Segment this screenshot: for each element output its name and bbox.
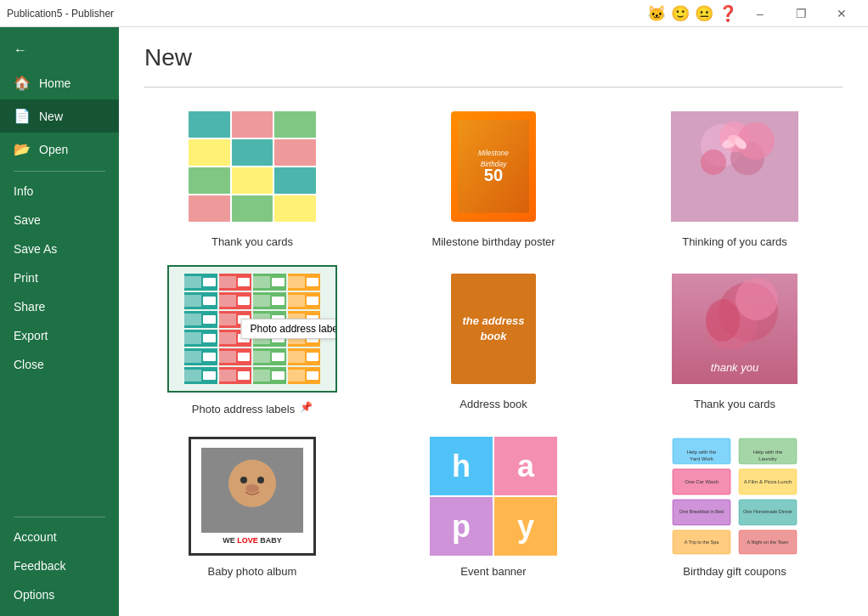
template-address-book[interactable]: the address book Address book xyxy=(386,265,601,415)
svg-text:One Car Wash: One Car Wash xyxy=(685,479,718,484)
label-thinking-cards: Thinking of you cards xyxy=(682,235,787,248)
label-address-book: Address book xyxy=(459,398,527,410)
sad-icon: 😐 xyxy=(695,4,713,23)
feedback-label: Feedback xyxy=(14,559,65,573)
svg-text:A Film & Pizza Lunch: A Film & Pizza Lunch xyxy=(744,479,792,484)
thumb-milestone-birthday: Milestone Birthday 50 xyxy=(409,103,578,230)
export-label: Export xyxy=(14,329,48,342)
sidebar-item-account[interactable]: Account xyxy=(0,523,119,551)
sidebar-item-close[interactable]: Close xyxy=(0,350,119,379)
restore-button[interactable]: ❐ xyxy=(781,0,820,27)
home-label: Home xyxy=(39,76,70,90)
close-label: Close xyxy=(14,358,44,371)
sidebar-item-share[interactable]: Share xyxy=(0,292,119,321)
event-banner-design: h a p y xyxy=(430,437,557,556)
back-button[interactable]: ← xyxy=(0,34,119,66)
smiley-icon: 🙂 xyxy=(671,4,690,23)
avatar-icon: 🐱 xyxy=(647,4,666,23)
birthday-poster-design: Milestone Birthday 50 xyxy=(451,111,536,222)
svg-point-26 xyxy=(245,484,259,493)
svg-text:One Homemade Dinner: One Homemade Dinner xyxy=(743,509,792,514)
label-thankyou-cards-1: Thank you cards xyxy=(211,235,293,248)
content-area: New xyxy=(119,27,868,616)
title-text: Publication5 - Publisher xyxy=(7,8,114,20)
baby-album-design: WE LOVE BABY xyxy=(189,437,316,556)
label-thankyou-cards-2: Thank you cards xyxy=(694,398,775,410)
sidebar-item-options[interactable]: Options xyxy=(0,580,119,609)
main-layout: ← 🏠 Home 📄 New 📂 Open Info Save Sa xyxy=(0,27,868,616)
svg-text:A Trip to the Spa: A Trip to the Spa xyxy=(685,540,720,545)
content-header: New xyxy=(119,27,868,80)
label-photo-address-labels: Photo address labels xyxy=(192,403,295,415)
open-label: Open xyxy=(39,143,68,156)
banner-a: a xyxy=(494,437,557,495)
sidebar-item-save[interactable]: Save xyxy=(0,206,119,235)
sidebar-item-open[interactable]: 📂 Open xyxy=(0,133,119,166)
baby-photo-placeholder xyxy=(201,448,303,533)
home-icon: 🏠 xyxy=(14,75,31,91)
options-label: Options xyxy=(14,588,54,602)
baby-album-text: WE LOVE BABY xyxy=(223,536,282,545)
sidebar-divider-1 xyxy=(14,171,105,172)
sidebar-bottom: Account Feedback Options xyxy=(0,511,119,616)
thumb-baby-photo-album: WE LOVE BABY xyxy=(167,432,337,560)
template-birthday-gift-coupons[interactable]: Help with the Yard Work Help with the La… xyxy=(627,432,843,578)
svg-text:Help with the: Help with the xyxy=(687,449,717,455)
sidebar: ← 🏠 Home 📄 New 📂 Open Info Save Sa xyxy=(0,27,119,616)
thumb-thankyou-cards-1 xyxy=(167,103,337,230)
svg-text:One Breakfast in Bed: One Breakfast in Bed xyxy=(679,509,724,514)
share-label: Share xyxy=(14,300,45,314)
new-label: New xyxy=(39,110,63,123)
banner-p: p xyxy=(430,497,493,556)
title-center: Publication5 - Publisher xyxy=(7,8,114,20)
svg-text:thank you: thank you xyxy=(711,361,758,374)
sidebar-item-new[interactable]: 📄 New xyxy=(0,99,119,133)
label-baby-photo-album: Baby photo album xyxy=(208,565,297,578)
svg-text:Milestone: Milestone xyxy=(478,149,509,157)
sidebar-divider-2 xyxy=(14,517,105,517)
thumb-birthday-gift-coupons: Help with the Yard Work Help with the La… xyxy=(650,432,820,560)
print-label: Print xyxy=(14,271,38,285)
address-book-design: the address book xyxy=(451,274,536,384)
sidebar-item-feedback[interactable]: Feedback xyxy=(0,551,119,580)
template-photo-address-labels[interactable]: Photo address labels Photo address label… xyxy=(144,265,360,415)
svg-point-20 xyxy=(706,299,740,342)
account-label: Account xyxy=(14,530,57,544)
sidebar-item-info[interactable]: Info xyxy=(0,177,119,206)
sidebar-item-print[interactable]: Print xyxy=(0,263,119,292)
svg-text:Help with the: Help with the xyxy=(753,449,783,455)
sidebar-item-saveas[interactable]: Save As xyxy=(0,235,119,263)
save-label: Save xyxy=(14,213,41,227)
svg-point-24 xyxy=(240,477,247,483)
content-divider xyxy=(144,87,843,88)
thumb-event-banner: h a p y xyxy=(409,432,578,560)
thumb-photo-address-labels: Photo address labels xyxy=(167,265,337,393)
banner-h: h xyxy=(430,437,493,495)
thumb-thankyou-cards-2: thank you xyxy=(650,265,820,393)
sidebar-top: ← 🏠 Home 📄 New 📂 Open Info Save Sa xyxy=(0,27,119,386)
template-event-banner[interactable]: h a p y Event banner xyxy=(386,432,601,578)
new-icon: 📄 xyxy=(14,108,31,124)
thumb-address-book: the address book xyxy=(409,265,578,393)
thumb-thinking-cards xyxy=(650,103,820,230)
template-milestone-birthday[interactable]: Milestone Birthday 50 Milestone birthday… xyxy=(386,103,601,248)
sidebar-item-home[interactable]: 🏠 Home xyxy=(0,66,119,99)
help-icon: ❓ xyxy=(719,4,737,23)
page-title: New xyxy=(144,44,843,71)
svg-text:Yard Work: Yard Work xyxy=(690,456,714,461)
title-controls: 🐱 🙂 😐 ❓ – ❐ ✕ xyxy=(645,0,861,27)
sidebar-item-export[interactable]: Export xyxy=(0,321,119,350)
banner-y: y xyxy=(494,497,557,556)
template-thinking-cards[interactable]: Thinking of you cards xyxy=(627,103,843,248)
template-grid: Thank you cards xyxy=(144,103,843,578)
template-scroll[interactable]: Thank you cards xyxy=(119,94,868,616)
close-button[interactable]: ✕ xyxy=(822,0,861,27)
back-icon: ← xyxy=(14,42,27,58)
template-baby-photo-album[interactable]: WE LOVE BABY Baby photo album xyxy=(144,432,360,578)
saveas-label: Save As xyxy=(14,242,57,256)
template-thankyou-cards-2[interactable]: thank you Thank you cards xyxy=(627,265,843,415)
template-thankyou-cards-1[interactable]: Thank you cards xyxy=(144,103,360,248)
open-icon: 📂 xyxy=(14,141,31,157)
svg-text:A Night on the Town: A Night on the Town xyxy=(747,540,789,545)
minimize-button[interactable]: – xyxy=(741,0,780,27)
